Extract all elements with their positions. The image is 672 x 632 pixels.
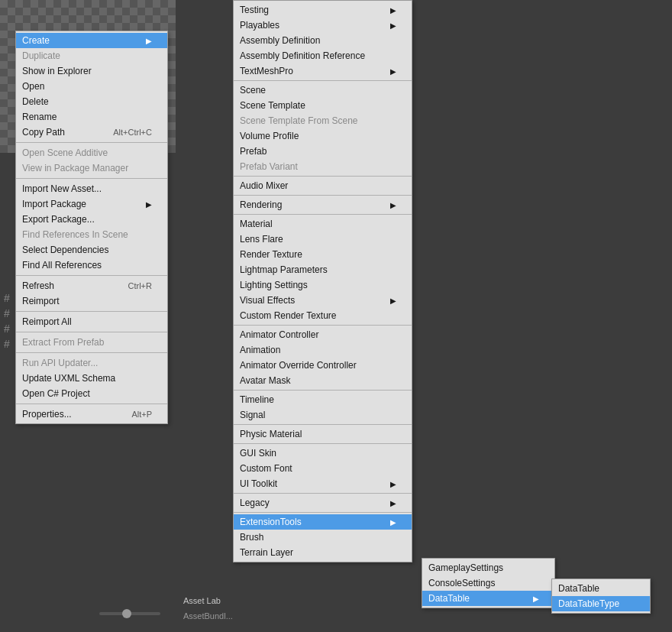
asset-label: Asset Lab — [183, 596, 221, 605]
create-separator-10 — [234, 512, 412, 513]
menu-item-material[interactable]: Material — [234, 216, 412, 232]
menu-item-scene-template[interactable]: Scene Template — [234, 98, 412, 113]
create-separator-5 — [234, 325, 412, 326]
menu-item-physic-material[interactable]: Physic Material — [234, 426, 412, 442]
zoom-slider-track[interactable] — [99, 612, 160, 615]
menu-item-signal[interactable]: Signal — [234, 407, 412, 423]
menu-item-rendering[interactable]: Rendering ▶ — [234, 197, 412, 212]
menu-item-prefab-variant: Prefab Variant — [234, 159, 412, 174]
menu-item-create[interactable]: Create ▶ — [16, 33, 167, 48]
menu-item-import-package[interactable]: Import Package ▶ — [16, 196, 167, 212]
menu-item-ui-toolkit[interactable]: UI Toolkit ▶ — [234, 476, 412, 491]
menu-item-import-new-asset[interactable]: Import New Asset... — [16, 181, 167, 196]
menu-item-duplicate: Duplicate — [16, 48, 167, 63]
create-separator-7 — [234, 424, 412, 425]
zoom-slider-thumb[interactable] — [122, 609, 131, 618]
menu-item-terrain-layer[interactable]: Terrain Layer — [234, 545, 412, 560]
menu-item-animator-override-controller[interactable]: Animator Override Controller — [234, 358, 412, 373]
separator-3 — [16, 275, 167, 276]
menu-item-find-references-in-scene: Find References In Scene — [16, 227, 167, 242]
menu-item-gui-skin[interactable]: GUI Skin — [234, 446, 412, 461]
menu-item-audio-mixer[interactable]: Audio Mixer — [234, 178, 412, 193]
menu-item-find-all-references-label: Find All References — [22, 260, 152, 271]
menu-item-run-api-updater-label: Run API Updater... — [22, 358, 152, 368]
menu-item-assembly-definition-reference[interactable]: Assembly Definition Reference — [234, 48, 412, 63]
menu-item-legacy[interactable]: Legacy ▶ — [234, 495, 412, 510]
menu-item-volume-profile-label: Volume Profile — [240, 131, 396, 141]
menu-item-reimport[interactable]: Reimport — [16, 293, 167, 309]
menu-item-show-in-explorer[interactable]: Show in Explorer — [16, 63, 167, 79]
menu-item-extract-from-prefab-label: Extract From Prefab — [22, 337, 152, 348]
menu-item-render-texture-label: Render Texture — [240, 249, 396, 260]
menu-item-copy-path-shortcut: Alt+Ctrl+C — [113, 128, 152, 137]
menu-item-timeline[interactable]: Timeline — [234, 392, 412, 407]
menu-item-legacy-label: Legacy — [240, 497, 375, 508]
menu-item-refresh-shortcut: Ctrl+R — [128, 281, 152, 290]
menu-item-find-all-references[interactable]: Find All References — [16, 258, 167, 273]
menu-item-lightmap-parameters[interactable]: Lightmap Parameters — [234, 262, 412, 277]
create-arrow-icon: ▶ — [146, 37, 152, 45]
menu-item-open-csharp-project[interactable]: Open C# Project — [16, 386, 167, 401]
menu-item-open[interactable]: Open — [16, 79, 167, 94]
menu-item-scene-template-label: Scene Template — [240, 100, 396, 111]
menu-item-scene[interactable]: Scene — [234, 83, 412, 98]
menu-item-custom-render-texture[interactable]: Custom Render Texture — [234, 308, 412, 323]
menu-item-brush[interactable]: Brush — [234, 530, 412, 545]
separator-7 — [16, 404, 167, 404]
menu-item-update-uxml-schema[interactable]: Update UXML Schema — [16, 371, 167, 386]
menu-item-datatable-ext[interactable]: DataTable ▶ — [422, 591, 554, 606]
menu-item-lighting-settings[interactable]: Lighting Settings — [234, 277, 412, 293]
menu-item-copy-path[interactable]: Copy Path Alt+Ctrl+C — [16, 125, 167, 140]
menu-item-reimport-all[interactable]: Reimport All — [16, 314, 167, 329]
menu-item-custom-font[interactable]: Custom Font — [234, 461, 412, 476]
menu-item-properties-shortcut: Alt+P — [131, 410, 152, 419]
menu-item-console-settings-label: ConsoleSettings — [428, 578, 539, 588]
menu-item-custom-font-label: Custom Font — [240, 463, 396, 474]
menu-item-volume-profile[interactable]: Volume Profile — [234, 128, 412, 144]
menu-item-gameplay-settings[interactable]: GameplaySettings — [422, 560, 554, 575]
menu-item-textmeshpro[interactable]: TextMeshPro ▶ — [234, 63, 412, 79]
menu-item-properties[interactable]: Properties... Alt+P — [16, 407, 167, 422]
menu-item-duplicate-label: Duplicate — [22, 50, 152, 61]
menu-item-export-package[interactable]: Export Package... — [16, 212, 167, 227]
menu-item-rename[interactable]: Rename — [16, 109, 167, 125]
menu-item-lens-flare[interactable]: Lens Flare — [234, 232, 412, 247]
menu-item-lightmap-parameters-label: Lightmap Parameters — [240, 264, 396, 275]
menu-item-open-scene-additive-label: Open Scene Additive — [22, 147, 152, 158]
menu-item-prefab-label: Prefab — [240, 146, 396, 157]
create-separator-4 — [234, 214, 412, 215]
menu-item-datatable-item[interactable]: DataTable — [552, 581, 650, 596]
menu-item-assembly-definition[interactable]: Assembly Definition — [234, 33, 412, 48]
create-submenu: Testing ▶ Playables ▶ Assembly Definitio… — [233, 0, 412, 562]
separator-6 — [16, 352, 167, 353]
menu-item-select-dependencies[interactable]: Select Dependencies — [16, 242, 167, 258]
menu-item-animation[interactable]: Animation — [234, 342, 412, 358]
create-separator-8 — [234, 443, 412, 444]
menu-item-playables-label: Playables — [240, 20, 375, 31]
legacy-arrow-icon: ▶ — [390, 499, 396, 507]
menu-item-playables[interactable]: Playables ▶ — [234, 18, 412, 33]
menu-item-timeline-label: Timeline — [240, 394, 396, 405]
menu-item-refresh[interactable]: Refresh Ctrl+R — [16, 278, 167, 293]
menu-item-testing[interactable]: Testing ▶ — [234, 2, 412, 18]
menu-item-signal-label: Signal — [240, 410, 396, 420]
menu-item-datatable-type[interactable]: DataTableType — [552, 596, 650, 611]
create-separator-3 — [234, 195, 412, 196]
menu-item-delete[interactable]: Delete — [16, 94, 167, 109]
menu-item-render-texture[interactable]: Render Texture — [234, 247, 412, 262]
import-package-arrow-icon: ▶ — [146, 200, 152, 209]
menu-item-view-in-package-manager-label: View in Package Manager — [22, 163, 152, 173]
menu-item-import-package-label: Import Package — [22, 199, 131, 209]
separator-5 — [16, 332, 167, 332]
visual-effects-arrow-icon: ▶ — [390, 297, 396, 305]
menu-item-gameplay-settings-label: GameplaySettings — [428, 562, 539, 573]
menu-item-physic-material-label: Physic Material — [240, 429, 396, 439]
menu-item-assembly-definition-reference-label: Assembly Definition Reference — [240, 50, 396, 61]
menu-item-prefab[interactable]: Prefab — [234, 144, 412, 159]
menu-item-material-label: Material — [240, 219, 396, 229]
menu-item-console-settings[interactable]: ConsoleSettings — [422, 575, 554, 591]
menu-item-visual-effects[interactable]: Visual Effects ▶ — [234, 293, 412, 308]
menu-item-extension-tools[interactable]: ExtensionTools ▶ — [234, 514, 412, 530]
menu-item-avatar-mask[interactable]: Avatar Mask — [234, 373, 412, 388]
menu-item-animator-controller[interactable]: Animator Controller — [234, 327, 412, 342]
